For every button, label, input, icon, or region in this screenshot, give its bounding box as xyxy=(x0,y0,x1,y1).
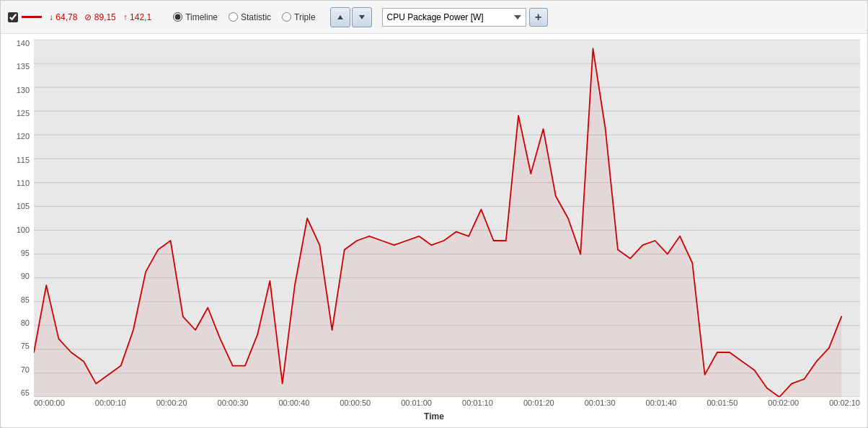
series-checkbox[interactable] xyxy=(8,12,18,22)
x-axis-label: 00:00:00 xyxy=(34,398,65,411)
y-axis-label: 105 xyxy=(17,202,30,210)
series-line-indicator xyxy=(22,16,42,18)
stat-min: ↓ 64,78 xyxy=(49,12,77,22)
y-axis-label: 135 xyxy=(17,63,30,71)
radio-triple-label: Triple xyxy=(294,12,316,22)
add-metric-button[interactable]: + xyxy=(529,8,548,27)
y-axis-label: 130 xyxy=(17,86,30,94)
x-axis-label: 00:01:00 xyxy=(401,398,432,411)
y-axis-label: 85 xyxy=(21,296,30,304)
x-axis-label: 00:01:50 xyxy=(707,398,738,411)
y-axis-label: 80 xyxy=(21,319,30,327)
y-axis-label: 120 xyxy=(17,133,30,141)
y-axis: 1401351301251201151101051009590858075706… xyxy=(8,40,34,397)
y-axis-label: 100 xyxy=(17,226,30,234)
y-axis-label: 140 xyxy=(17,40,30,48)
stat-avg: ⊘ 89,15 xyxy=(84,12,115,22)
down-arrow-icon xyxy=(358,14,366,21)
radio-statistic[interactable]: Statistic xyxy=(229,12,271,22)
y-axis-label: 75 xyxy=(21,342,30,350)
toolbar: ↓ 64,78 ⊘ 89,15 ↑ 142,1 Timeline Statist… xyxy=(1,1,867,34)
x-axis-label: 00:01:30 xyxy=(585,398,616,411)
x-axis-label: 00:02:00 xyxy=(768,398,799,411)
x-axis-title: Time xyxy=(8,411,860,424)
view-mode-group: Timeline Statistic Triple xyxy=(173,12,315,22)
y-axis-label: 110 xyxy=(17,179,30,187)
radio-timeline[interactable]: Timeline xyxy=(173,12,218,22)
radio-triple[interactable]: Triple xyxy=(282,12,316,22)
radio-timeline-label: Timeline xyxy=(185,12,218,22)
series-toggle-area xyxy=(8,12,42,22)
x-axis-label: 00:00:40 xyxy=(278,398,309,411)
x-axis-label: 00:00:10 xyxy=(95,398,126,411)
nav-buttons xyxy=(330,7,372,27)
main-container: ↓ 64,78 ⊘ 89,15 ↑ 142,1 Timeline Statist… xyxy=(0,0,868,428)
metric-selector: CPU Package Power [W] CPU Temperature GP… xyxy=(382,8,548,27)
y-axis-label: 65 xyxy=(21,389,30,397)
x-axis-label: 00:01:40 xyxy=(646,398,677,411)
x-axis-label: 00:02:10 xyxy=(829,398,860,411)
y-axis-label: 90 xyxy=(21,272,30,280)
x-axis-label: 00:00:30 xyxy=(218,398,249,411)
x-axis-label: 00:00:50 xyxy=(340,398,371,411)
radio-statistic-label: Statistic xyxy=(241,12,271,22)
x-axis-label: 00:01:10 xyxy=(462,398,493,411)
stat-max: ↑ 142,1 xyxy=(123,12,151,22)
y-axis-label: 115 xyxy=(17,156,30,164)
up-arrow-icon xyxy=(337,14,344,21)
chart-area: 1401351301251201151101051009590858075706… xyxy=(1,34,867,427)
scroll-down-button[interactable] xyxy=(352,7,372,27)
y-axis-label: 125 xyxy=(17,110,30,117)
x-axis-label: 00:00:20 xyxy=(156,398,187,411)
scroll-up-button[interactable] xyxy=(330,7,350,27)
y-axis-label: 70 xyxy=(21,366,30,374)
x-axis-label: 00:01:20 xyxy=(523,398,554,411)
x-axis: 00:00:0000:00:1000:00:2000:00:3000:00:40… xyxy=(8,398,860,411)
y-axis-label: 95 xyxy=(21,249,30,257)
chart-canvas xyxy=(34,40,860,397)
chart-svg xyxy=(34,40,860,397)
metric-dropdown[interactable]: CPU Package Power [W] CPU Temperature GP… xyxy=(382,8,526,27)
chart-wrapper: 1401351301251201151101051009590858075706… xyxy=(8,40,860,397)
